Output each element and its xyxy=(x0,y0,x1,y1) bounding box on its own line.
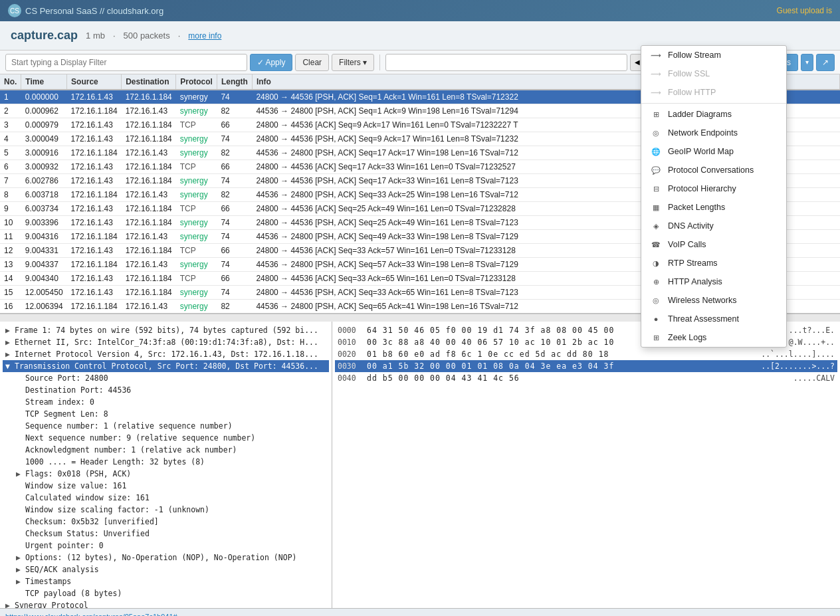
status-url[interactable]: https://www.cloudshark.org/captures/05aa… xyxy=(5,613,177,617)
cell-proto: TCP xyxy=(176,160,217,174)
app-name: CS Personal SaaS // cloudshark.org xyxy=(25,6,163,16)
detail-line[interactable]: Next sequence number: 9 (relative sequen… xyxy=(3,432,329,444)
cell-src: 172.16.1.184 xyxy=(67,146,122,160)
detail-line[interactable]: Checksum: 0x5b32 [unverified] xyxy=(3,516,329,528)
cell-proto: TCP xyxy=(176,272,217,286)
hex-ascii: .....CALV xyxy=(793,373,835,383)
detail-line[interactable]: 1000 .... = Header Length: 32 bytes (8) xyxy=(3,456,329,468)
cell-len: 74 xyxy=(217,174,252,188)
dropdown-item-protocol-conversations[interactable]: 💬Protocol Conversations xyxy=(641,161,786,179)
cell-len: 66 xyxy=(217,202,252,216)
packet-detail[interactable]: ▶Frame 1: 74 bytes on wire (592 bits), 7… xyxy=(0,322,332,608)
display-filter-input[interactable] xyxy=(5,54,247,71)
detail-line[interactable]: Window size scaling factor: -1 (unknown) xyxy=(3,504,329,516)
analysis-dropdown: ⟿Follow Stream⟿Follow SSL⟿Follow HTTP⊞La… xyxy=(641,45,787,348)
detail-text: Next sequence number: 9 (relative sequen… xyxy=(25,433,255,443)
detail-line[interactable]: TCP payload (8 bytes) xyxy=(3,587,329,599)
cell-proto: synergy xyxy=(176,132,217,146)
dropdown-item-protocol-hierarchy[interactable]: ⊟Protocol Hierarchy xyxy=(641,179,786,198)
hex-offset: 0030 xyxy=(338,361,362,371)
detail-line[interactable]: Checksum Status: Unverified xyxy=(3,528,329,540)
cell-len: 66 xyxy=(217,118,252,132)
detail-line[interactable]: ▶Frame 1: 74 bytes on wire (592 bits), 7… xyxy=(3,324,329,336)
dropdown-item-rtp-streams[interactable]: ◑RTP Streams xyxy=(641,254,786,272)
detail-line[interactable]: ▶Timestamps xyxy=(3,575,329,587)
cell-len: 74 xyxy=(217,132,252,146)
hex-row[interactable]: 003000 a1 5b 32 00 00 01 01 08 0a 04 3e … xyxy=(335,360,837,372)
cell-len: 74 xyxy=(217,258,252,272)
detail-line[interactable]: Calculated window size: 161 xyxy=(3,492,329,504)
dropdown-item-label: Protocol Hierarchy xyxy=(668,184,736,193)
dropdown-item-geoip-world-map[interactable]: 🌐GeoIP World Map xyxy=(641,142,786,161)
dropdown-item-follow-stream[interactable]: ⟿Follow Stream xyxy=(641,46,786,64)
cell-no: 12 xyxy=(0,244,21,258)
toolbar-separator xyxy=(379,54,380,70)
cell-len: 66 xyxy=(217,160,252,174)
cell-dst: 172.16.1.184 xyxy=(122,244,176,258)
dropdown-item-ladder-diagrams[interactable]: ⊞Ladder Diagrams xyxy=(641,105,786,124)
cell-proto: synergy xyxy=(176,300,217,314)
detail-line[interactable]: ▶SEQ/ACK analysis xyxy=(3,564,329,575)
cell-no: 2 xyxy=(0,104,21,118)
dropdown-item-wireless-networks[interactable]: ◎Wireless Networks xyxy=(641,291,786,310)
hex-view[interactable]: 000064 31 50 46 05 f0 00 19 d1 74 3f a8 … xyxy=(332,322,840,608)
cell-dst: 172.16.1.184 xyxy=(122,174,176,188)
expand-icon: ▶ xyxy=(5,350,12,359)
expand-icon: ▶ xyxy=(5,601,12,608)
detail-line[interactable]: ▼Transmission Control Protocol, Src Port… xyxy=(3,360,329,372)
detail-line[interactable]: Source Port: 24800 xyxy=(3,372,329,384)
endpoints-icon: ◎ xyxy=(651,128,661,138)
dropdown-item-network-endpoints[interactable]: ◎Network Endpoints xyxy=(641,124,786,142)
bottom-area: ▶Frame 1: 74 bytes on wire (592 bits), 7… xyxy=(0,322,840,608)
detail-line[interactable]: Destination Port: 44536 xyxy=(3,384,329,396)
export-button[interactable]: ↗ xyxy=(816,54,835,71)
detail-line[interactable]: ▶Options: (12 bytes), No-Operation (NOP)… xyxy=(3,552,329,564)
col-protocol: Protocol xyxy=(176,74,217,90)
clear-button[interactable]: Clear xyxy=(295,54,329,71)
detail-line[interactable]: ▶Synergy Protocol xyxy=(3,599,329,608)
detail-line[interactable]: Sequence number: 1 (relative sequence nu… xyxy=(3,420,329,432)
logo: CS CS Personal SaaS // cloudshark.org xyxy=(8,4,163,17)
dropdown-item-threat-assessment[interactable]: ●Threat Assessment xyxy=(641,310,786,328)
detail-line[interactable]: TCP Segment Len: 8 xyxy=(3,408,329,420)
more-info-link[interactable]: more info xyxy=(188,31,221,41)
detail-text: Internet Protocol Version 4, Src: 172.16… xyxy=(15,350,318,359)
cell-len: 74 xyxy=(217,230,252,244)
graphs-arrow-button[interactable]: ▾ xyxy=(801,54,813,71)
cell-no: 4 xyxy=(0,132,21,146)
dropdown-item-zeek-logs[interactable]: ⊞Zeek Logs xyxy=(641,328,786,347)
cell-proto: synergy xyxy=(176,188,217,202)
detail-line[interactable]: ▶Flags: 0x018 (PSH, ACK) xyxy=(3,468,329,480)
cell-time: 6.003734 xyxy=(21,202,67,216)
dropdown-item-label: VoIP Calls xyxy=(668,240,706,249)
detail-line[interactable]: ▶Internet Protocol Version 4, Src: 172.1… xyxy=(3,348,329,360)
cell-no: 8 xyxy=(0,188,21,202)
dropdown-item-voip-calls[interactable]: ☎VoIP Calls xyxy=(641,235,786,254)
hex-row[interactable]: 0040dd b5 00 00 00 04 43 41 4c 56.....CA… xyxy=(335,372,837,384)
filters-button[interactable]: Filters ▾ xyxy=(332,54,374,71)
detail-line[interactable]: Urgent pointer: 0 xyxy=(3,540,329,552)
dropdown-item-http-analysis[interactable]: ⊕HTTP Analysis xyxy=(641,272,786,291)
cell-dst: 172.16.1.184 xyxy=(122,216,176,230)
cell-src: 172.16.1.43 xyxy=(67,160,122,174)
detail-line[interactable]: Stream index: 0 xyxy=(3,396,329,408)
col-no: No. xyxy=(0,74,21,90)
col-source: Source xyxy=(67,74,122,90)
dropdown-item-label: Follow Stream xyxy=(668,51,721,60)
detail-text: Transmission Control Protocol, Src Port:… xyxy=(15,361,318,371)
cell-time: 9.004340 xyxy=(21,272,67,286)
rtp-icon: ◑ xyxy=(651,258,661,268)
detail-line[interactable]: Acknowledgment number: 1 (relative ack n… xyxy=(3,444,329,456)
detail-text: Synergy Protocol xyxy=(15,601,88,608)
detail-line[interactable]: Window size value: 161 xyxy=(3,480,329,492)
apply-button[interactable]: ✓ Apply xyxy=(250,54,293,71)
file-sep1: · xyxy=(113,31,116,41)
dropdown-item-dns-activity[interactable]: ◈DNS Activity xyxy=(641,217,786,235)
detail-line[interactable]: ▶Ethernet II, Src: IntelCor_74:3f:a8 (00… xyxy=(3,336,329,348)
expand-icon: ▶ xyxy=(5,338,12,347)
expand-icon: ▶ xyxy=(16,577,23,586)
bookmark-search-input[interactable] xyxy=(385,54,627,71)
hex-row[interactable]: 002001 b8 60 e0 ad f8 6c 1 0e cc ed 5d a… xyxy=(335,348,837,360)
cell-time: 0.000000 xyxy=(21,90,67,104)
dropdown-item-packet-lengths[interactable]: ▦Packet Lengths xyxy=(641,198,786,217)
